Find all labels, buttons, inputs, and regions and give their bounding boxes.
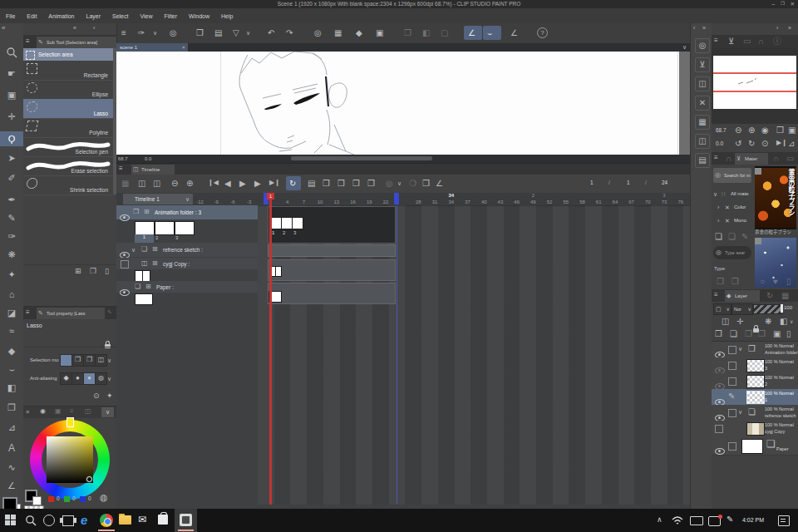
timeline-tab[interactable]: ◫ Timeline — [131, 165, 175, 175]
subtool-group-header[interactable]: Selection area — [23, 48, 113, 61]
new-file-icon[interactable]: ❒ — [196, 29, 204, 37]
track-header-paper[interactable]: ❏ ⊞ Paper : — [116, 281, 258, 293]
layer-row-refrence-sketch[interactable]: ∨ ❏ 100 % Normal refrence sketch — [712, 405, 798, 421]
crop-icon[interactable]: ▣ — [376, 29, 383, 37]
nav-flip-v-icon[interactable]: ⊿ — [788, 140, 795, 148]
subtool-item-lasso[interactable]: Lasso — [23, 99, 113, 119]
menu-layer[interactable]: Layer — [80, 13, 106, 19]
invert-selection-icon[interactable]: ▦ — [334, 29, 342, 37]
panel-collapse-icon[interactable]: « — [73, 25, 76, 31]
mesh-icon[interactable]: ▢ — [441, 29, 448, 37]
menu-help[interactable]: Help — [215, 13, 239, 19]
material-menu-icon[interactable]: ≡ — [714, 155, 718, 161]
layer-toolbar-dropdown-icon[interactable]: ∨ — [790, 319, 793, 324]
track3-thumb-2[interactable] — [142, 270, 150, 282]
track1-visibility-eye-icon[interactable] — [120, 214, 130, 221]
tablet-driver-icon[interactable] — [690, 516, 703, 525]
edge-icon[interactable]: e — [81, 513, 87, 527]
frame-tool[interactable]: ❐ — [0, 402, 23, 413]
cortana-icon[interactable] — [43, 515, 55, 526]
track2-clip[interactable] — [268, 244, 396, 257]
track1-cel-label-3[interactable]: 3 — [175, 235, 178, 240]
edit-material-icon[interactable]: ✎ — [741, 233, 748, 241]
nav-rotate-ccw-icon[interactable]: ↺ — [735, 140, 741, 148]
loop-play-icon[interactable]: ↻ — [286, 176, 301, 190]
aa-strong-button[interactable]: ◍ — [95, 372, 107, 385]
save-icon[interactable]: ▽ — [233, 29, 239, 37]
track4-thumb[interactable] — [135, 293, 153, 305]
frame-content-icon[interactable]: ❐ — [422, 180, 430, 188]
snap-special-ruler-icon[interactable]: ⌣ — [483, 26, 501, 40]
combine-layer-icon[interactable]: ❐ — [758, 330, 766, 338]
menu-select[interactable]: Select — [106, 13, 134, 19]
track1-grid-cel-2[interactable] — [281, 217, 293, 229]
layer4-thumbnail[interactable] — [746, 391, 765, 404]
nav-fit-icon[interactable]: ◉ — [761, 126, 769, 135]
layer-effect-dropdown[interactable]: ▢∨ — [713, 303, 732, 315]
lock-transparent-icon[interactable]: ❋ — [765, 318, 771, 326]
track1-clip[interactable]: 1 2 3 — [268, 206, 396, 244]
notification-app-icon[interactable] — [708, 516, 721, 526]
canvas-h-scrollbar[interactable] — [291, 156, 432, 160]
material-tree-color[interactable]: › ✕ Color — [713, 203, 751, 213]
track2-collapse-icon[interactable]: ∨ — [131, 247, 135, 253]
layer-row-3[interactable]: 100 % Normal 3 — [712, 357, 798, 374]
material-3d-panel-icon[interactable]: ▤ — [695, 153, 710, 168]
material-register-icon[interactable]: ❒ — [732, 278, 739, 286]
menu-edit[interactable]: Edit — [21, 13, 42, 19]
new-layer-icon[interactable]: ❒ — [715, 330, 722, 338]
chrome-icon[interactable] — [100, 514, 113, 527]
snap-grid-icon[interactable]: ∠ — [510, 29, 518, 37]
menu-window[interactable]: Window — [183, 13, 215, 19]
layer1-collapse-icon[interactable]: ∨ — [738, 346, 742, 352]
menu-filter[interactable]: Filter — [159, 13, 184, 19]
layer7-eye-icon[interactable] — [715, 448, 725, 455]
layer-search-tab-icon[interactable]: ↻ — [766, 292, 773, 300]
navigator-tab-icon[interactable]: ⊻ — [728, 37, 734, 46]
go-last-frame-icon[interactable]: ▶❙ — [269, 180, 280, 186]
timeline-zoom-in-icon[interactable]: ⊕ — [186, 180, 193, 188]
tool-dropdown-icon[interactable]: ∨ — [153, 30, 157, 36]
layer-opacity-slider[interactable] — [753, 304, 783, 314]
layer-tab[interactable]: ◆ Layer — [725, 290, 760, 302]
track1-cel-thumb-3[interactable] — [175, 221, 195, 235]
material-color-panel-icon[interactable]: ◫ — [695, 76, 710, 91]
fill-icon[interactable]: ◆ — [356, 29, 362, 37]
brush-size-tab-icon[interactable]: ✎ — [107, 309, 112, 315]
color-picker-marker[interactable] — [86, 476, 92, 482]
navigator-preview[interactable] — [712, 47, 798, 124]
light-table-icon[interactable]: ❍ — [409, 180, 416, 188]
material-paste-icon[interactable]: ❐ — [717, 278, 724, 286]
material-image-panel-icon[interactable]: ◫ — [695, 134, 710, 149]
subtool-item-rectangle[interactable]: Rectangle — [23, 61, 113, 81]
deselect-icon[interactable]: ◎ — [314, 29, 322, 37]
action-center-icon[interactable] — [778, 515, 790, 526]
toolbar-menu-icon[interactable]: ≡ — [121, 29, 126, 37]
edit-timeline-icon[interactable]: ∠ — [436, 180, 443, 188]
batch-cel-icon[interactable]: ❐ — [367, 180, 375, 188]
color-panel-expand-icon[interactable]: ∨ — [101, 407, 114, 417]
material-mono-panel-icon[interactable]: ✕ — [695, 96, 710, 111]
material-type-search[interactable]: ◎ Type sear — [713, 246, 751, 259]
nav-fullscreen-icon[interactable]: ▣ — [788, 126, 796, 135]
timeline-ruler[interactable]: Timeline 1 ∨ -12-9-6-3471013161922283134… — [116, 193, 690, 206]
saturation-value-square[interactable] — [47, 436, 93, 483]
brush-tool[interactable]: ✑ — [0, 231, 23, 242]
track2-expand-icon[interactable]: ⊞ — [152, 246, 158, 253]
information-tab-icon[interactable]: ⓘ — [773, 37, 781, 46]
open-file-icon[interactable]: ▤ — [214, 29, 222, 37]
aa-dropdown-icon[interactable]: ∨ — [107, 376, 111, 382]
frame-border-tool[interactable]: ▣ — [0, 90, 23, 101]
material-thumb-gold-brush[interactable]: 黄金の粒子ブラシ — [755, 166, 796, 229]
redo-icon[interactable]: ↷ — [286, 29, 293, 37]
layer-row-2[interactable]: 100 % Normal 2 — [712, 373, 798, 390]
track-header-animation-folder[interactable]: ❒ ⊞ Animation folder : 3 — [116, 205, 258, 219]
layer7-checkbox[interactable] — [728, 442, 736, 451]
clip-studio-icon[interactable]: ◎ — [170, 29, 177, 37]
mail-icon[interactable]: ✉ — [138, 515, 146, 525]
layer5-checkbox[interactable] — [728, 409, 736, 417]
taskbar-clock[interactable]: 4:02 PM — [742, 517, 764, 523]
taskbar-search-icon[interactable] — [25, 515, 37, 526]
hand-tool[interactable]: ☛ — [0, 68, 23, 79]
subtool-item-erase-selection[interactable]: Erase selection — [23, 156, 113, 176]
